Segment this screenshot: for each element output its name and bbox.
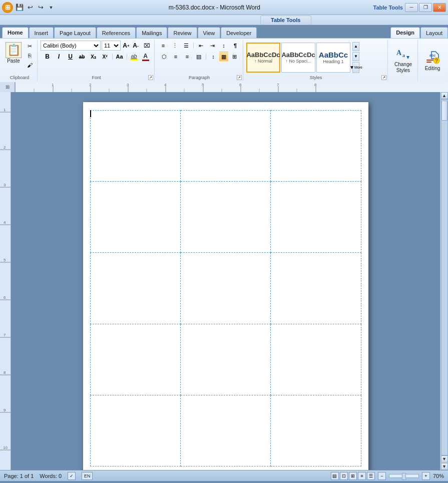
align-center-btn[interactable]: ≡ [170,52,181,62]
clear-formatting-btn[interactable]: ⌧ [141,41,152,50]
bullets-btn[interactable]: ≡ [158,41,169,51]
scroll-up-btn[interactable]: ▲ [441,92,448,99]
spelling-icon[interactable]: ✓ [68,472,76,480]
scroll-track[interactable] [441,99,448,455]
zoom-in-btn[interactable]: + [422,472,430,480]
multilevel-btn[interactable]: ☰ [181,41,192,51]
strikethrough-btn[interactable]: ab [77,52,88,62]
table-cell[interactable] [90,182,180,253]
align-left-btn[interactable]: ⬡ [159,52,170,62]
scroll-end-btn[interactable]: ▼ [441,463,448,470]
tab-layout[interactable]: Layout [420,27,448,38]
align-right-btn[interactable]: ≡ [182,52,193,62]
table-cell[interactable] [271,111,361,182]
styles-group-expand[interactable]: ↗ [381,75,386,80]
save-quick-btn[interactable]: 💾 [15,3,24,12]
paragraph-group-expand[interactable]: ↗ [237,75,242,80]
zoom-slider[interactable] [389,474,419,478]
svg-rect-9 [16,82,448,92]
close-btn[interactable]: ✕ [433,3,446,12]
format-painter-btn[interactable]: 🖌 [24,61,35,70]
table-cell[interactable] [180,324,270,395]
tab-review[interactable]: Review [168,27,197,38]
minimize-btn[interactable]: ─ [405,3,418,12]
table-cell[interactable] [271,182,361,253]
italic-btn[interactable]: I [54,52,65,62]
style-no-spacing[interactable]: AaBbCcDc ↑ No Spaci... [281,43,315,73]
document-table[interactable] [90,110,361,466]
print-layout-btn[interactable]: ▤ [331,472,339,480]
tab-home[interactable]: Home [2,27,29,38]
tab-mailings[interactable]: Mailings [136,27,167,38]
table-cell[interactable] [180,182,270,253]
shading-btn[interactable]: ▦ [219,52,228,62]
tab-references[interactable]: References [97,27,136,38]
styles-scroll-up-btn[interactable]: ▲ [352,42,359,51]
styles-scroll-down-btn[interactable]: ▼ [352,52,359,61]
cut-btn[interactable]: ✂ [24,42,35,51]
table-cell[interactable] [90,324,180,395]
table-cell[interactable] [90,395,180,466]
scroll-down-btn[interactable]: ▼ [441,455,448,462]
bold-btn[interactable]: B [42,52,53,62]
table-cell[interactable] [180,111,270,182]
font-family-selector[interactable]: Calibri (Body) [41,41,101,51]
zoom-out-btn[interactable]: − [378,472,386,480]
table-cell[interactable] [271,395,361,466]
svg-text:1: 1 [52,83,54,87]
redo-quick-btn[interactable]: ↪ [36,3,45,12]
change-case-btn[interactable]: Aa [114,52,125,62]
draft-btn[interactable]: ☰ [367,472,375,480]
line-spacing-btn[interactable]: ↕ [208,52,219,62]
style-heading1[interactable]: AaBbCc Heading 1 [316,43,350,73]
increase-font-btn[interactable]: A+ [122,41,131,50]
tab-page-layout[interactable]: Page Layout [54,27,96,38]
document-area[interactable] [11,92,440,470]
editing-btn[interactable]: abc ? Editing [422,47,443,74]
outline-btn[interactable]: ≡ [358,472,366,480]
full-screen-btn[interactable]: ⊡ [340,472,348,480]
justify-btn[interactable]: ▤ [193,52,204,62]
sort-btn[interactable]: ↕ [218,41,229,51]
undo-quick-btn[interactable]: ↩ [26,3,35,12]
tab-developer[interactable]: Developer [221,27,257,38]
table-cell[interactable] [90,253,180,324]
horizontal-ruler: 1 2 3 4 5 6 7 8 [15,82,448,92]
increase-indent-btn[interactable]: ⇥ [207,41,218,51]
superscript-btn[interactable]: X² [100,52,111,62]
restore-btn[interactable]: ❐ [419,3,432,12]
customize-quick-btn[interactable]: ▼ [47,3,56,12]
window-title: m-5363.doc.docx - Microsoft Word [56,4,373,11]
web-layout-btn[interactable]: ⊞ [349,472,357,480]
document-page[interactable] [83,102,368,470]
table-cell[interactable] [271,253,361,324]
change-styles-btn[interactable]: A a ChangeStyles [392,43,414,76]
show-hide-btn[interactable]: ¶ [230,41,241,51]
tab-insert[interactable]: Insert [29,27,54,38]
copy-btn[interactable]: ⎘ [24,51,35,60]
scroll-thumb[interactable] [441,101,447,121]
table-cell[interactable] [90,111,180,182]
paste-button[interactable]: 📋 Paste [4,41,23,65]
office-logo-icon[interactable]: ⊞ [2,2,13,13]
decrease-font-btn[interactable]: A- [131,41,140,50]
table-cell[interactable] [271,324,361,395]
font-color-btn[interactable]: A [140,52,151,62]
svg-text:?: ? [435,58,438,64]
styles-more-btn[interactable]: ▼More [352,62,359,73]
table-cell[interactable] [180,395,270,466]
style-normal[interactable]: AaBbCcDc ↑ Normal [246,43,280,73]
tab-design[interactable]: Design [390,27,420,38]
underline-btn[interactable]: U [65,52,76,62]
highlight-color-btn[interactable]: ab [129,52,140,62]
language-icon[interactable]: EN [82,472,93,480]
numbered-btn[interactable]: ⋮ [169,41,180,51]
tab-view[interactable]: View [198,27,221,38]
borders-btn[interactable]: ⊞ [229,52,240,62]
table-cell[interactable] [180,253,270,324]
decrease-indent-btn[interactable]: ⇤ [195,41,206,51]
font-group-expand[interactable]: ↗ [148,75,153,80]
subscript-btn[interactable]: X₂ [88,52,99,62]
ruler-corner[interactable]: ⊞ [0,82,15,92]
font-size-selector[interactable]: 11 [102,41,121,51]
